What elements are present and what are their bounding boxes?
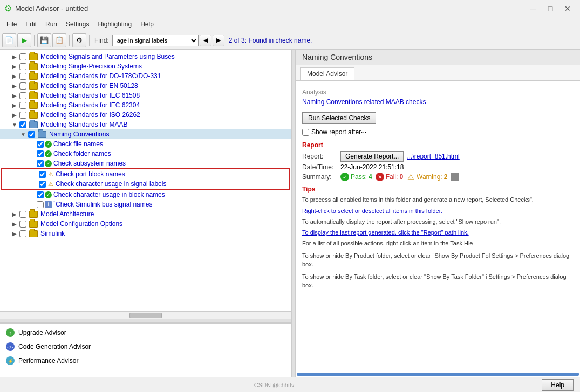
expand-icon[interactable]: ▶	[11, 53, 18, 60]
report-link[interactable]: ...\report_851.html	[407, 153, 459, 160]
warn-label: Warning:	[417, 173, 442, 181]
folder-icon	[29, 53, 38, 60]
save-button[interactable]: 💾	[37, 33, 51, 47]
checkbox-naming[interactable]	[28, 131, 35, 138]
checkbox-do178[interactable]	[19, 73, 26, 80]
run-button[interactable]: ▶	[17, 33, 31, 47]
upgrade-advisor-label: Upgrade Advisor	[18, 329, 66, 336]
tree-item-check-file[interactable]: ✓ Check file names	[0, 139, 291, 149]
checkbox-en50128[interactable]	[19, 82, 26, 90]
checkbox-check-bus[interactable]	[37, 201, 44, 208]
pass-value: 4	[369, 173, 372, 181]
checkbox-check-file[interactable]	[37, 141, 44, 148]
folder-icon	[29, 73, 38, 80]
menu-file[interactable]: File	[2, 19, 21, 29]
expand-icon[interactable]: ▶	[11, 92, 18, 99]
menu-run[interactable]: Run	[41, 19, 62, 29]
checkbox-iec61508[interactable]	[19, 92, 26, 99]
tree-item-check-folder[interactable]: ✓ Check folder names	[0, 149, 291, 159]
item-label: Modeling Standards for MAAB	[40, 121, 127, 128]
tree-item-check-char-signal[interactable]: ⚠ Check character usage in signal labels	[2, 179, 289, 189]
tree-item-naming[interactable]: ▼ Naming Conventions	[0, 129, 291, 139]
upgrade-advisor-icon: ↑	[5, 328, 15, 338]
title-bar: ⚙ Model Advisor - untitled ─ □ ✕	[0, 0, 580, 17]
fail-icon: ✕	[376, 173, 384, 181]
info-icon: i	[45, 201, 52, 208]
h-scroll-thumb[interactable]	[129, 313, 162, 318]
run-selected-checks-button[interactable]: Run Selected Checks	[302, 112, 376, 124]
tree-item-model-config[interactable]: ▶ Model Configuration Options	[0, 219, 291, 229]
tree-item-check-subsystem[interactable]: ✓ Check subsystem names	[0, 159, 291, 168]
menu-help[interactable]: Help	[136, 19, 158, 29]
tree-area[interactable]: ▶ Modeling Signals and Parameters using …	[0, 50, 291, 311]
expand-icon[interactable]: ▶	[11, 72, 18, 80]
tree-item-iec61508[interactable]: ▶ Modeling Standards for IEC 61508	[0, 91, 291, 100]
warn-value: 2	[444, 173, 448, 181]
menu-highlighting[interactable]: Highlighting	[93, 19, 136, 29]
menu-edit[interactable]: Edit	[21, 19, 41, 29]
close-button[interactable]: ✕	[559, 3, 576, 15]
find-dropdown[interactable]: age in signal labels	[112, 35, 199, 46]
checkbox-model-config[interactable]	[19, 221, 26, 228]
tree-item-do178[interactable]: ▶ Modeling Standards for DO-178C/DO-331	[0, 71, 291, 81]
minimize-button[interactable]: ─	[525, 3, 541, 15]
panel-divider[interactable]: · · · · ·	[0, 319, 291, 323]
checkbox-iso26262[interactable]	[19, 112, 26, 119]
expand-icon[interactable]: ▶	[11, 101, 18, 109]
checkbox-check-char-block[interactable]	[37, 191, 44, 198]
checkbox-buses[interactable]	[19, 53, 26, 60]
show-report-checkbox[interactable]	[302, 129, 309, 136]
expand-icon[interactable]: ▼	[19, 130, 27, 138]
checkbox-check-char-signal[interactable]	[39, 181, 46, 188]
expand-icon[interactable]: ▶	[11, 220, 18, 228]
upgrade-advisor-item[interactable]: ↑ Upgrade Advisor	[2, 326, 289, 340]
checkbox-maab[interactable]	[19, 121, 26, 128]
help-button[interactable]: Help	[542, 379, 574, 391]
expand-icon[interactable]: ▶	[11, 63, 18, 70]
code-gen-advisor-item[interactable]: </> Code Generation Advisor	[2, 340, 289, 354]
checkbox-model-arch[interactable]	[19, 211, 26, 218]
generate-report-button[interactable]: Generate Report...	[340, 151, 404, 162]
checkbox-check-subsystem[interactable]	[37, 160, 44, 167]
pass-icon: ✓	[45, 191, 52, 198]
tips-link-1[interactable]: Right-click to select or deselect all it…	[302, 208, 574, 214]
maximize-button[interactable]: □	[542, 3, 558, 15]
settings-button[interactable]: ⚙	[72, 33, 86, 47]
checkbox-simulink[interactable]	[19, 230, 26, 237]
item-label: Check port block names	[56, 170, 125, 178]
save-as-button[interactable]: 📋	[52, 33, 66, 47]
tree-item-buses[interactable]: ▶ Modeling Signals and Parameters using …	[0, 52, 291, 61]
tree-item-simulink[interactable]: ▶ Simulink	[0, 229, 291, 238]
perf-advisor-item[interactable]: ⚡ Performance Advisor	[2, 354, 289, 368]
tree-item-en50128[interactable]: ▶ Modeling Standards for EN 50128	[0, 81, 291, 91]
item-label: Model Architecture	[40, 210, 94, 218]
tab-model-advisor[interactable]: Model Advisor	[300, 67, 354, 80]
expand-icon[interactable]: ▼	[11, 121, 18, 128]
tree-item-check-port[interactable]: ⚠ Check port block names	[2, 169, 289, 179]
prev-button[interactable]: ◀	[200, 35, 211, 46]
right-scroll-indicator	[297, 373, 579, 376]
tree-item-check-bus[interactable]: i `Check Simulink bus signal names	[0, 200, 291, 209]
summary-extra-icon	[451, 173, 459, 181]
tree-item-iec62304[interactable]: ▶ Modeling Standards for IEC 62304	[0, 100, 291, 110]
expand-icon[interactable]: ▶	[11, 82, 18, 90]
tree-item-check-char-block[interactable]: ✓ Check character usage in block names	[0, 190, 291, 200]
expand-icon[interactable]: ▶	[11, 210, 18, 218]
tree-item-maab[interactable]: ▼ Modeling Standards for MAAB	[0, 120, 291, 129]
tips-link-3[interactable]: To display the last report generated, cl…	[302, 229, 574, 236]
expand-icon[interactable]: ▶	[11, 111, 18, 119]
checkbox-single-precision[interactable]	[19, 63, 26, 70]
next-button[interactable]: ▶	[213, 35, 224, 46]
item-label: Modeling Signals and Parameters using Bu…	[40, 53, 175, 60]
h-scrollbar[interactable]	[0, 311, 291, 319]
panel-splitter[interactable]: · · · · ·	[291, 50, 296, 377]
new-button[interactable]: 📄	[2, 33, 16, 47]
tree-item-single-precision[interactable]: ▶ Modeling Single-Precision Systems	[0, 61, 291, 71]
expand-icon[interactable]: ▶	[11, 230, 18, 237]
tree-item-model-arch[interactable]: ▶ Model Architecture	[0, 209, 291, 219]
tree-item-iso26262[interactable]: ▶ Modeling Standards for ISO 26262	[0, 110, 291, 120]
checkbox-check-port[interactable]	[39, 171, 46, 178]
checkbox-check-folder[interactable]	[37, 150, 44, 157]
checkbox-iec62304[interactable]	[19, 102, 26, 109]
menu-settings[interactable]: Settings	[62, 19, 93, 29]
